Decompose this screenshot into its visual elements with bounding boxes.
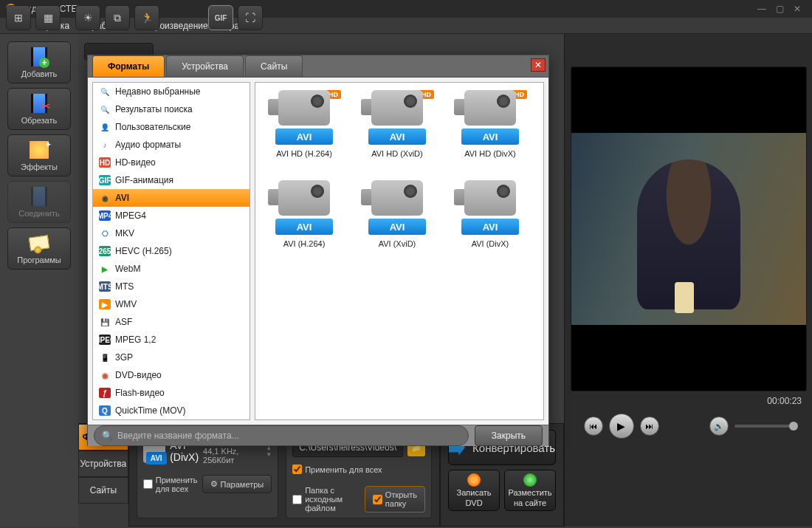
format-info2: 44,1 KHz, 256Кбит <box>203 447 261 464</box>
format-badge: AVI <box>146 452 167 464</box>
sidebar-item-label: MPEG 1,2 <box>115 335 156 345</box>
stepper-icon[interactable]: ▲▼ <box>266 445 272 458</box>
search-icon: 🔍 <box>102 431 113 441</box>
tab-sites[interactable]: Сайты <box>78 477 128 504</box>
play-button[interactable]: ▶ <box>609 414 634 439</box>
format-preset-4[interactable]: AVIAVI (XviD) <box>353 180 441 266</box>
sidebar-item-17[interactable]: ƒFlash-видео <box>93 384 250 402</box>
crop-icon[interactable]: ⧉ <box>105 5 130 30</box>
format-type-icon: 🔍 <box>99 86 111 97</box>
source-folder-checkbox[interactable]: Папка с исходным файлом <box>292 486 360 512</box>
format-preset-1[interactable]: HDAVIAVI HD (XviD) <box>353 90 441 176</box>
sidebar-item-15[interactable]: 📱3GP <box>93 349 250 366</box>
format-badge: AVI <box>461 128 519 145</box>
format-badge: AVI <box>275 219 333 235</box>
format-preset-2[interactable]: HDAVIAVI HD (DivX) <box>446 90 534 176</box>
tool-icon-2[interactable]: ▦ <box>35 5 61 30</box>
sidebar-item-9[interactable]: 265HEVC (H.265) <box>93 242 250 260</box>
key-icon <box>29 235 49 250</box>
speed-icon[interactable]: 🏃 <box>134 5 159 30</box>
sidebar-item-0[interactable]: 🔍Недавно выбранные <box>93 83 250 100</box>
apply-all-checkbox-2[interactable]: Применить для всех <box>292 464 425 474</box>
prev-button[interactable]: ⏮ <box>584 416 603 436</box>
modal-close-icon[interactable]: ✕ <box>531 58 546 72</box>
sidebar-item-7[interactable]: MP4MPEG4 <box>93 207 250 224</box>
format-preset-5[interactable]: AVIAVI (DivX) <box>446 180 534 266</box>
apply-all-checkbox[interactable]: Применить для всех <box>143 476 198 493</box>
sidebar-item-label: WMV <box>115 299 137 309</box>
format-type-icon: 📱 <box>99 352 111 363</box>
gif-button[interactable]: GIF <box>208 5 233 30</box>
disc-icon <box>467 473 481 487</box>
camcorder-icon <box>278 180 330 216</box>
sidebar-item-6[interactable]: ◉AVI <box>93 189 250 207</box>
format-preset-label: AVI HD (XviD) <box>371 149 422 158</box>
globe-icon <box>523 473 537 487</box>
brightness-icon[interactable]: ☀ <box>75 5 100 30</box>
add-label: Добавить <box>21 69 58 78</box>
sidebar-item-label: QuickTime (MOV) <box>115 405 186 416</box>
sidebar-item-12[interactable]: ▶WMV <box>93 295 250 313</box>
add-button[interactable]: + Добавить <box>7 41 71 83</box>
sidebar-item-8[interactable]: ⎔MKV <box>93 224 250 242</box>
sidebar-item-2[interactable]: 👤Пользовательские <box>93 118 250 136</box>
format-preset-0[interactable]: HDAVIAVI HD (H.264) <box>260 90 348 176</box>
sidebar-item-label: Недавно выбранные <box>115 86 201 97</box>
film-join-icon <box>31 187 47 206</box>
sidebar-item-3[interactable]: ♪Аудио форматы <box>93 136 250 154</box>
effects-button[interactable]: Эффекты <box>7 134 71 176</box>
programs-button[interactable]: Программы <box>7 227 71 270</box>
volume-slider[interactable] <box>734 425 794 428</box>
modal-tab-formats[interactable]: Форматы <box>92 55 165 77</box>
timecode: 00:00:23 <box>565 394 812 411</box>
sidebar-item-16[interactable]: ◉DVD-видео <box>93 366 250 384</box>
modal-close-button[interactable]: Закрыть <box>475 425 543 446</box>
modal-search[interactable]: 🔍 Введите название формата... <box>94 425 469 446</box>
crop-label: Обрезать <box>21 116 58 125</box>
video-preview[interactable] <box>571 66 807 391</box>
sidebar-item-13[interactable]: 💾ASF <box>93 313 250 331</box>
modal-tabs: Форматы Устройства Сайты ✕ <box>88 55 548 77</box>
sidebar-item-label: Пользовательские <box>115 122 191 132</box>
modal-tab-devices[interactable]: Устройства <box>166 55 244 77</box>
sidebar-item-14[interactable]: MPEGMPEG 1,2 <box>93 331 250 349</box>
search-placeholder: Введите название формата... <box>117 431 239 441</box>
sidebar-item-11[interactable]: MTSMTS <box>93 278 250 295</box>
volume-button[interactable]: 🔊 <box>709 416 729 436</box>
left-toolbar: + Добавить ✂ Обрезать Эффекты Соединить … <box>0 34 78 527</box>
sidebar-item-label: GIF-анимация <box>115 175 173 185</box>
modal-sidebar[interactable]: 🔍Недавно выбранные🔍Результаты поиска👤Пол… <box>92 82 250 420</box>
format-preset-label: AVI (XviD) <box>379 239 416 248</box>
crop-button[interactable]: ✂ Обрезать <box>7 88 71 130</box>
next-button[interactable]: ⏭ <box>640 416 659 436</box>
format-type-icon: HD <box>99 157 111 168</box>
burn-dvd-button[interactable]: Записать DVD <box>448 470 500 511</box>
format-type-icon: 🔍 <box>99 104 111 114</box>
format-type-icon: GIF <box>99 175 111 185</box>
params-button[interactable]: ⚙Параметры <box>202 475 272 493</box>
open-folder-button[interactable]: Открыть папку <box>365 486 425 512</box>
format-type-icon: ƒ <box>99 388 111 398</box>
sidebar-item-5[interactable]: GIFGIF-анимация <box>93 171 250 189</box>
scissors-icon: ✂ <box>40 98 51 114</box>
modal-tab-sites[interactable]: Сайты <box>245 55 303 77</box>
format-preset-label: AVI (DivX) <box>472 239 509 248</box>
publish-button[interactable]: Разместить на сайте <box>504 470 556 511</box>
format-badge: AVI <box>461 219 519 235</box>
format-type-icon: 265 <box>99 246 111 256</box>
tool-icon-1[interactable]: ⊞ <box>6 5 31 30</box>
join-button[interactable]: Соединить <box>7 181 71 223</box>
sidebar-item-4[interactable]: HDHD-видео <box>93 154 250 171</box>
format-type-icon: ⎔ <box>99 228 111 239</box>
fullscreen-icon[interactable]: ⛶ <box>238 5 263 30</box>
sidebar-item-label: ASF <box>115 317 132 327</box>
sidebar-item-10[interactable]: ▶WebM <box>93 260 250 278</box>
tab-devices[interactable]: Устройства <box>78 450 128 477</box>
format-preset-3[interactable]: AVIAVI (H.264) <box>260 180 348 266</box>
sidebar-item-18[interactable]: QQuickTime (MOV) <box>93 402 250 419</box>
sidebar-item-1[interactable]: 🔍Результаты поиска <box>93 100 250 118</box>
modal-grid: HDAVIAVI HD (H.264)HDAVIAVI HD (XviD)HDA… <box>255 82 544 420</box>
format-type-icon: MP4 <box>99 210 111 221</box>
format-modal: Форматы Устройства Сайты ✕ 🔍Недавно выбр… <box>87 55 549 446</box>
format-badge: AVI <box>275 128 333 145</box>
